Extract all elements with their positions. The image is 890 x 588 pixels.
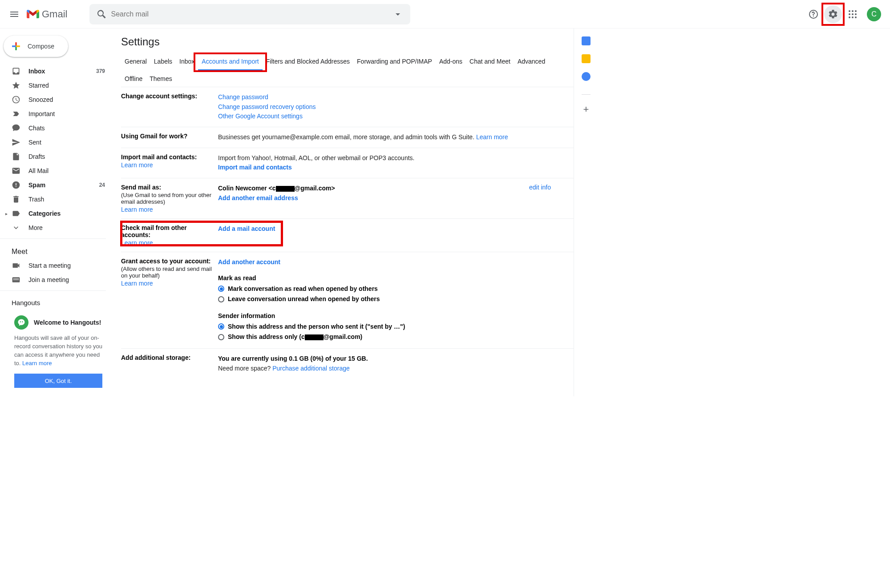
sidebar-item-all-mail[interactable]: All Mail <box>0 164 110 178</box>
star-icon <box>12 81 20 90</box>
tab-add-ons[interactable]: Add-ons <box>436 53 466 71</box>
svg-point-8 <box>855 16 857 18</box>
tab-offline[interactable]: Offline <box>121 71 146 87</box>
import-learn-more-link[interactable]: Learn more <box>121 161 153 169</box>
sidebar-item-spam[interactable]: Spam24 <box>0 178 110 192</box>
annotation-highlight-box <box>194 52 267 72</box>
show-address-only-option[interactable]: Show this address only (c@gmail.com) <box>218 332 574 342</box>
rail-divider <box>582 94 591 95</box>
sidebar-item-drafts[interactable]: Drafts <box>0 149 110 164</box>
section-gmail-work: Using Gmail for work? Businesses get you… <box>121 127 574 148</box>
redacted-text <box>305 334 324 340</box>
sidebar-item-important[interactable]: Important <box>0 107 110 121</box>
google-apps-button[interactable] <box>844 5 862 23</box>
change-password-link[interactable]: Change password <box>218 93 268 101</box>
start-meeting-button[interactable]: Start a meeting <box>0 258 110 273</box>
svg-point-7 <box>852 16 854 18</box>
chevron-right-icon: ▸ <box>5 211 10 216</box>
inbox-icon <box>12 67 20 76</box>
section-check-mail: Check mail from other accounts: Learn mo… <box>121 219 574 252</box>
grant-learn-more-link[interactable]: Learn more <box>121 280 153 287</box>
svg-rect-12 <box>16 45 20 47</box>
hangouts-learn-more-link[interactable]: Learn more <box>22 360 52 366</box>
change-recovery-link[interactable]: Change password recovery options <box>218 103 316 110</box>
calendar-addon-icon[interactable] <box>582 36 591 45</box>
import-mail-link[interactable]: Import mail and contacts <box>218 164 292 171</box>
search-input[interactable] <box>111 10 389 18</box>
tab-inbox[interactable]: Inbox <box>176 53 198 71</box>
support-button[interactable] <box>805 5 822 23</box>
section-grant-access: Grant access to your account: (Allow oth… <box>121 252 574 349</box>
svg-point-0 <box>849 10 850 12</box>
svg-point-4 <box>852 13 854 15</box>
spam-icon <box>12 181 20 189</box>
gsuite-learn-more-link[interactable]: Learn more <box>476 133 508 141</box>
keep-addon-icon[interactable] <box>582 54 591 63</box>
page-title: Settings <box>121 36 574 48</box>
section-import-mail: Import mail and contacts: Learn more Imp… <box>121 148 574 178</box>
hangouts-card-title: Welcome to Hangouts! <box>34 318 101 327</box>
show-sender-option[interactable]: Show this address and the person who sen… <box>218 322 574 332</box>
tab-filters-and-blocked-addresses[interactable]: Filters and Blocked Addresses <box>263 53 353 71</box>
add-mail-account-link[interactable]: Add a mail account <box>218 225 275 232</box>
tab-themes[interactable]: Themes <box>146 71 176 87</box>
left-sidebar: Compose Inbox379StarredSnoozedImportantC… <box>0 28 114 396</box>
sidebar-item-sent[interactable]: Sent <box>0 135 110 149</box>
tab-labels[interactable]: Labels <box>150 53 176 71</box>
sidebar-item-trash[interactable]: Trash <box>0 192 110 206</box>
apps-grid-icon <box>847 9 858 20</box>
sendas-learn-more-link[interactable]: Learn more <box>121 206 153 213</box>
radio-icon <box>218 286 224 292</box>
mark-read-option[interactable]: Mark conversation as read when opened by… <box>218 284 574 294</box>
tab-accounts-and-import[interactable]: Accounts and Import <box>198 53 262 71</box>
main-menu-button[interactable] <box>4 4 25 25</box>
checkmail-learn-more-link[interactable]: Learn more <box>121 239 153 246</box>
sidebar-item-snoozed[interactable]: Snoozed <box>0 93 110 107</box>
important-icon <box>12 109 20 118</box>
tab-chat-and-meet[interactable]: Chat and Meet <box>466 53 514 71</box>
header-actions: C <box>805 5 886 23</box>
settings-tabs: GeneralLabelsInboxAccounts and ImportFil… <box>121 53 574 87</box>
add-email-address-link[interactable]: Add another email address <box>218 194 298 201</box>
chat-icon <box>12 124 20 133</box>
tab-advanced[interactable]: Advanced <box>514 53 549 71</box>
hangouts-ok-button[interactable]: OK, Got it. <box>14 374 102 388</box>
sidebar-item-inbox[interactable]: Inbox379 <box>0 64 110 78</box>
account-avatar[interactable]: C <box>867 7 881 21</box>
sidebar-item-more[interactable]: More <box>0 221 110 235</box>
allmail-icon <box>12 166 20 175</box>
meet-section-title: Meet <box>0 242 114 258</box>
sidebar-item-starred[interactable]: Starred <box>0 78 110 93</box>
section-send-mail-as: Send mail as: (Use Gmail to send from yo… <box>121 178 574 219</box>
expand-icon <box>12 223 20 232</box>
hamburger-icon <box>9 9 20 20</box>
svg-point-5 <box>855 13 857 15</box>
trash-icon <box>12 195 20 204</box>
camera-icon <box>12 261 20 270</box>
settings-button[interactable] <box>824 5 842 23</box>
tab-forwarding-and-pop-imap[interactable]: Forwarding and POP/IMAP <box>353 53 436 71</box>
sidebar-item-chats[interactable]: Chats <box>0 121 110 135</box>
edit-info-link[interactable]: edit info <box>529 184 551 191</box>
radio-icon <box>218 334 224 340</box>
tab-general[interactable]: General <box>121 53 150 71</box>
leave-unread-option[interactable]: Leave conversation unread when opened by… <box>218 294 574 304</box>
svg-point-1 <box>852 10 854 12</box>
add-another-account-link[interactable]: Add another account <box>218 258 280 266</box>
radio-icon <box>218 323 224 330</box>
get-addons-button[interactable]: + <box>583 104 589 115</box>
compose-button[interactable]: Compose <box>4 36 68 57</box>
tasks-addon-icon[interactable] <box>582 72 591 81</box>
svg-point-3 <box>849 13 850 15</box>
gmail-brand-text: Gmail <box>42 8 67 20</box>
gmail-logo[interactable]: Gmail <box>27 8 67 20</box>
join-meeting-button[interactable]: Join a meeting <box>0 273 110 287</box>
sidebar-item-categories[interactable]: ▸Categories <box>0 206 110 221</box>
settings-main: Settings GeneralLabelsInboxAccounts and … <box>114 28 574 396</box>
search-options-button[interactable] <box>389 9 407 20</box>
other-google-settings-link[interactable]: Other Google Account settings <box>218 113 303 120</box>
search-bar[interactable] <box>89 4 410 24</box>
purchase-storage-link[interactable]: Purchase additional storage <box>272 365 350 372</box>
search-icon[interactable] <box>93 9 111 20</box>
plus-icon <box>9 39 23 53</box>
